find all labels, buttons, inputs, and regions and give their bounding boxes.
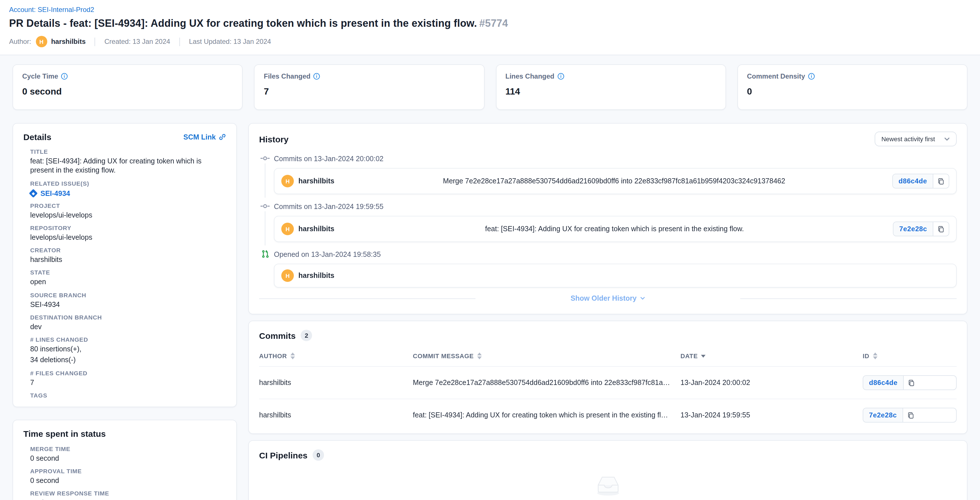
column-header-date[interactable]: DATE: [681, 352, 863, 359]
divider: [259, 298, 476, 299]
metric-label: Comment Density: [747, 72, 805, 80]
detail-field-related-issues: RELATED ISSUE(S) SEI-4934: [30, 180, 226, 197]
detail-field-files-changed: # FILES CHANGED 7: [30, 369, 226, 387]
metric-label-row: Comment Density: [747, 72, 958, 80]
commits-card: Commits 2 AUTHOR COMMIT MESSAGE: [248, 321, 967, 434]
copy-icon[interactable]: [903, 376, 919, 390]
commit-hash-group: 7e2e28c: [863, 408, 957, 422]
status-field-approval-time: APPROVAL TIME 0 second: [30, 468, 226, 486]
metric-card-comment-density: Comment Density 0: [737, 64, 968, 110]
commit-hash-button[interactable]: 7e2e28c: [863, 408, 902, 422]
info-icon[interactable]: [61, 73, 68, 80]
cell-id: 7e2e28c: [863, 408, 957, 422]
metric-value: 0 second: [22, 86, 233, 97]
cell-date: 13-Jan-2024 19:59:55: [681, 411, 863, 419]
cell-author: harshilbits: [259, 411, 413, 419]
detail-field-state: STATE open: [30, 269, 226, 287]
chevron-down-icon: [640, 297, 645, 300]
table-row: harshilbits feat: [SEI-4934]: Adding UX …: [259, 399, 957, 431]
column-header-commit-message[interactable]: COMMIT MESSAGE: [413, 352, 681, 359]
commit-author-name: harshilbits: [298, 272, 334, 280]
commit-author-name: harshilbits: [298, 225, 334, 233]
metric-label: Cycle Time: [22, 72, 58, 80]
history-opened-card: H harshilbits: [274, 264, 957, 288]
scm-link[interactable]: SCM Link: [183, 133, 226, 141]
metric-label: Lines Changed: [505, 72, 554, 80]
history-card: History Newest activity first Commits on…: [248, 123, 967, 314]
cell-author: harshilbits: [259, 379, 413, 387]
pr-open-icon: [260, 250, 270, 258]
last-updated-date: Last Updated: 13 Jan 2024: [189, 38, 271, 46]
sort-desc-icon: [701, 355, 706, 357]
metric-card-lines-changed: Lines Changed 114: [496, 64, 726, 110]
commit-author: H harshilbits: [281, 223, 336, 235]
detail-field-source-branch: SOURCE BRANCH SEI-4934: [30, 291, 226, 309]
metric-value: 0: [747, 86, 958, 97]
timeline-entry-label: Commits on 13-Jan-2024 19:59:55: [274, 203, 383, 211]
sort-carets-icon: [873, 352, 877, 359]
info-icon[interactable]: [808, 73, 815, 80]
detail-field-title: TITLE feat: [SEI-4934]: Adding UX for cr…: [30, 148, 226, 175]
commit-hash-group: 7e2e28c: [893, 221, 949, 236]
avatar: H: [281, 223, 294, 235]
page-title: PR Details - feat: [SEI-4934]: Adding UX…: [9, 18, 971, 30]
commit-hash-button[interactable]: 7e2e28c: [893, 222, 933, 236]
copy-icon[interactable]: [902, 408, 918, 422]
link-icon: [219, 133, 226, 141]
ci-pipelines-count-badge: 0: [313, 449, 324, 461]
commits-heading: Commits: [259, 331, 296, 340]
table-row: harshilbits Merge 7e2e28ce17a27a888e5307…: [259, 366, 957, 399]
details-card: Details SCM Link TITLE feat: [SEI-4934]:…: [13, 123, 237, 407]
ci-pipelines-heading: CI Pipelines: [259, 450, 307, 460]
timeline-entry: Commits on 13-Jan-2024 20:00:02 H harshi…: [260, 153, 957, 194]
metric-label: Files Changed: [264, 72, 311, 80]
time-in-status-card: Time spent in status MERGE TIME 0 second…: [13, 420, 237, 500]
detail-field-lines-changed: # LINES CHANGED 80 insertions(+), 34 del…: [30, 336, 226, 365]
related-issue-link[interactable]: SEI-4934: [40, 189, 70, 197]
divider: [95, 37, 95, 46]
info-icon[interactable]: [313, 73, 320, 80]
account-breadcrumb-link[interactable]: Account: SEI-Internal-Prod2: [9, 6, 94, 14]
pr-details-page: Account: SEI-Internal-Prod2 PR Details -…: [0, 0, 980, 500]
info-icon[interactable]: [557, 73, 564, 80]
author-label: Author:: [9, 38, 31, 46]
page-title-text: PR Details - feat: [SEI-4934]: Adding UX…: [9, 18, 477, 29]
history-heading: History: [259, 134, 288, 144]
metric-value: 114: [505, 86, 716, 97]
sort-carets-icon: [477, 352, 482, 359]
history-sort-dropdown[interactable]: Newest activity first: [875, 132, 957, 146]
copy-icon[interactable]: [933, 174, 949, 188]
cell-commit-message: Merge 7e2e28ce17a27a888e530754dd6ad21609…: [413, 379, 681, 387]
main-content: Cycle Time 0 second Files Changed 7 Line…: [0, 55, 980, 500]
metrics-row: Cycle Time 0 second Files Changed 7 Line…: [13, 64, 967, 110]
show-older-row: Show Older History: [259, 295, 957, 303]
cell-date: 13-Jan-2024 20:00:02: [681, 379, 863, 387]
git-commit-icon: [260, 202, 270, 210]
cell-commit-message: feat: [SEI-4934]: Adding UX for creating…: [413, 411, 681, 419]
commit-message: feat: [SEI-4934]: Adding UX for creating…: [343, 225, 886, 233]
copy-icon[interactable]: [933, 222, 949, 236]
avatar: H: [281, 269, 294, 282]
left-column: Details SCM Link TITLE feat: [SEI-4934]:…: [13, 123, 237, 500]
commit-hash-group: d86c4de: [892, 174, 949, 188]
status-field-merge-time: MERGE TIME 0 second: [30, 445, 226, 463]
detail-field-repository: REPOSITORY levelops/ui-levelops: [30, 225, 226, 242]
column-header-author[interactable]: AUTHOR: [259, 352, 413, 359]
column-header-id[interactable]: ID: [863, 352, 957, 359]
avatar: H: [281, 175, 294, 187]
git-commit-icon: [260, 154, 270, 162]
commit-hash-button[interactable]: d86c4de: [893, 174, 933, 188]
page-header: Account: SEI-Internal-Prod2 PR Details -…: [0, 0, 980, 55]
cell-id: d86c4de: [863, 375, 957, 390]
commit-hash-button[interactable]: d86c4de: [863, 376, 903, 390]
commit-author: H harshilbits: [281, 175, 336, 187]
right-column: History Newest activity first Commits on…: [248, 123, 967, 500]
metric-label-row: Cycle Time: [22, 72, 233, 80]
detail-field-project: PROJECT levelops/ui-levelops: [30, 202, 226, 220]
show-older-history-link[interactable]: Show Older History: [571, 295, 645, 303]
history-commit-card: H harshilbits Merge 7e2e28ce17a27a888e53…: [274, 168, 957, 194]
detail-field-creator: CREATOR harshilbits: [30, 247, 226, 264]
chevron-down-icon: [944, 137, 950, 141]
empty-state: No Data: [259, 464, 957, 500]
history-timeline: Commits on 13-Jan-2024 20:00:02 H harshi…: [260, 153, 957, 288]
